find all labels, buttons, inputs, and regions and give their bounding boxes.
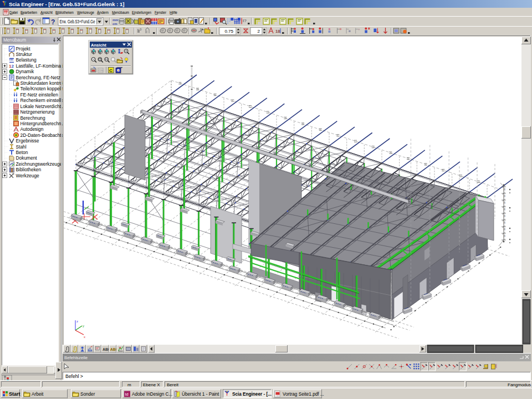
- svg-text:Bereit: Bereit: [167, 382, 179, 387]
- svg-text:FE-Netz einstellen: FE-Netz einstellen: [21, 92, 59, 98]
- svg-text:Zeichnungswerkzeuge: Zeichnungswerkzeuge: [16, 161, 63, 167]
- svg-text:Befehlszeile: Befehlszeile: [64, 355, 88, 360]
- svg-text:Dynamik: Dynamik: [16, 69, 34, 74]
- svg-text:Adobe InDesign C...: Adobe InDesign C...: [132, 392, 172, 397]
- svg-text:y: y: [83, 324, 84, 328]
- svg-text:Ergebnisse: Ergebnisse: [16, 138, 39, 144]
- svg-text:2D-Daten-Beobachte: 2D-Daten-Beobachte: [21, 132, 64, 138]
- svg-text:Einstellungen: Einstellungen: [132, 10, 151, 15]
- svg-text:Beton: Beton: [16, 150, 28, 155]
- svg-text:Erw. Geb.53+Fund.Ge: Erw. Geb.53+Fund.Ge: [60, 19, 95, 24]
- svg-text:Strukturdaten kontrolli: Strukturdaten kontrolli: [21, 80, 66, 86]
- svg-text:x: x: [84, 335, 85, 339]
- svg-text:2: 2: [258, 29, 260, 34]
- svg-text:18: 18: [275, 29, 280, 34]
- svg-text:Bibliotheken: Bibliotheken: [16, 167, 42, 172]
- svg-text:Menübaum: Menübaum: [3, 38, 26, 43]
- svg-text:38: 38: [503, 234, 506, 237]
- svg-text:Vortrag Seite1.pdf ...: Vortrag Seite1.pdf ...: [283, 392, 324, 397]
- svg-text:38: 38: [503, 214, 506, 217]
- svg-text:Lokale Netzverdichtur: Lokale Netzverdichtur: [21, 104, 65, 109]
- svg-text:Befehl >: Befehl >: [65, 374, 83, 379]
- svg-text:Bearbeiten: Bearbeiten: [21, 10, 37, 15]
- svg-text:Fangmodus: Fangmodus: [508, 382, 531, 387]
- svg-text:38: 38: [503, 208, 506, 211]
- svg-text:Werkzeuge: Werkzeuge: [77, 10, 94, 15]
- svg-text:cm: cm: [112, 22, 117, 25]
- svg-text:Sonder: Sonder: [80, 392, 95, 397]
- svg-text:?: ?: [51, 18, 55, 26]
- svg-text:I?: I?: [243, 18, 247, 23]
- svg-text:Dokument: Dokument: [16, 155, 38, 161]
- svg-text:Scia Engineer - [Erw. Geb.53+F: Scia Engineer - [Erw. Geb.53+Fund.Gelenk…: [9, 1, 124, 7]
- svg-text:Gb: Gb: [99, 69, 104, 72]
- svg-text:0.75: 0.75: [224, 29, 233, 34]
- svg-text:Struktur: Struktur: [16, 52, 33, 57]
- svg-text:Bibliotheken: Bibliotheken: [55, 10, 74, 15]
- svg-text:Start: Start: [9, 391, 21, 397]
- svg-text:Autodesign: Autodesign: [21, 126, 44, 132]
- svg-text:38: 38: [503, 228, 506, 231]
- svg-text:C: C: [109, 68, 112, 73]
- svg-text:Id: Id: [125, 392, 129, 396]
- svg-text:Arbeit: Arbeit: [32, 392, 44, 397]
- svg-text:2: 2: [12, 64, 14, 69]
- svg-text:38: 38: [503, 221, 506, 224]
- svg-text:Übersicht 1 - Paint: Übersicht 1 - Paint: [182, 391, 219, 397]
- svg-text:Menübaum: Menübaum: [112, 10, 129, 15]
- svg-text:Ändern: Ändern: [97, 10, 109, 15]
- svg-text:Belastung: Belastung: [16, 57, 37, 63]
- svg-text:38: 38: [503, 201, 506, 204]
- svg-text:38: 38: [503, 188, 506, 191]
- svg-text:Teile/Knoten koppeln: Teile/Knoten koppeln: [21, 86, 64, 91]
- svg-text:Netzgenerierung: Netzgenerierung: [21, 109, 55, 115]
- svg-text:z: z: [76, 320, 78, 323]
- svg-text:Ansicht: Ansicht: [40, 10, 53, 15]
- svg-text:Stahl: Stahl: [16, 144, 27, 150]
- svg-text:Ansicht: Ansicht: [91, 43, 106, 48]
- svg-text:Projekt: Projekt: [16, 46, 31, 52]
- svg-text:Rechenkern einsteller: Rechenkern einsteller: [21, 98, 65, 103]
- svg-text:Hilfe: Hilfe: [170, 10, 178, 15]
- svg-text:m: m: [127, 382, 131, 387]
- svg-text:Ebene X: Ebene X: [143, 382, 160, 387]
- svg-text:mm: mm: [112, 18, 119, 22]
- svg-text:Berechnung: Berechnung: [21, 115, 46, 121]
- svg-text:38: 38: [503, 195, 506, 197]
- svg-text:Datei: Datei: [9, 10, 18, 15]
- svg-text:Lastfälle, LF-Kombinatior: Lastfälle, LF-Kombinatior: [16, 63, 68, 69]
- svg-text:Fenster: Fenster: [155, 10, 166, 15]
- svg-text:Hintergrundberechnur: Hintergrundberechnur: [21, 121, 66, 126]
- svg-text:Berechnung, FE-Netz: Berechnung, FE-Netz: [16, 75, 61, 80]
- svg-text:Werkzeuge: Werkzeuge: [16, 173, 40, 178]
- svg-text:Scia Engineer - [...: Scia Engineer - [...: [232, 392, 272, 397]
